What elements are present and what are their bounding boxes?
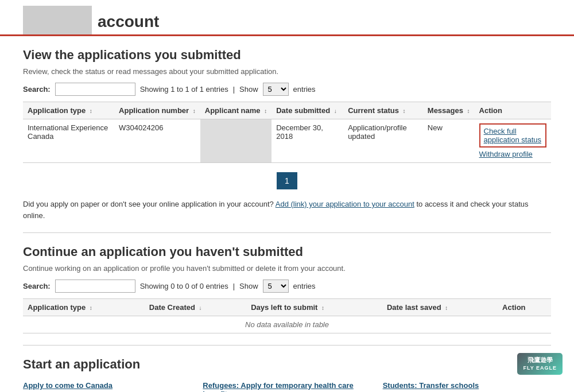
info-paragraph: Did you apply on paper or don't see your… <box>23 199 551 221</box>
main-content: View the applications you submitted Revi… <box>0 36 574 392</box>
start-cards: Apply to come to Canada Includes applica… <box>23 381 551 392</box>
submitted-table-header-row: Application type ↕ Application number ↕ … <box>23 102 551 119</box>
no-data-cell: No data available in table <box>23 316 551 333</box>
unsubmitted-table-header-row: Application type ↕ Date Created ↓ Days l… <box>23 299 551 316</box>
divider-2 <box>23 345 551 346</box>
col-action: Action <box>475 102 551 119</box>
action-box: Check full application status <box>479 123 546 148</box>
cell-date-submitted: December 30, 2018 <box>272 119 343 163</box>
submitted-section: View the applications you submitted Revi… <box>23 48 551 221</box>
unsubmitted-search-input[interactable] <box>55 280 135 293</box>
col-current-status: Current status ↕ <box>343 102 423 119</box>
start-section: Start an application Apply to come to Ca… <box>23 357 551 392</box>
no-data-row: No data available in table <box>23 316 551 333</box>
cell-action: Check full application status Withdraw p… <box>475 119 551 163</box>
start-card-0-title[interactable]: Apply to come to Canada <box>23 381 191 390</box>
col-applicant-name: Applicant name ↕ <box>200 102 272 119</box>
unsubmitted-table: Application type ↕ Date Created ↓ Days l… <box>23 298 551 333</box>
watermark-line2: FLY EAGLE <box>523 364 557 372</box>
submitted-table: Application type ↕ Application number ↕ … <box>23 102 551 163</box>
ucol-date-saved: Date last saved ↕ <box>382 299 498 316</box>
submitted-search-input[interactable] <box>55 83 135 96</box>
cell-messages: New <box>423 119 475 163</box>
unsubmitted-show-select[interactable]: 5 10 25 <box>263 280 289 293</box>
divider-1 <box>23 232 551 233</box>
check-full-status-link[interactable]: Check full application status <box>484 127 542 144</box>
start-card-0: Apply to come to Canada Includes applica… <box>23 381 191 392</box>
submitted-search-row: Search: Showing 1 to 1 of 1 entries | Sh… <box>23 83 551 96</box>
unsubmitted-section: Continue an application you haven't subm… <box>23 244 551 333</box>
unsubmitted-entries-suffix: entries <box>293 282 316 290</box>
submitted-show-label: | <box>233 85 235 94</box>
submitted-entries-suffix: entries <box>293 85 316 94</box>
cell-app-number: W304024206 <box>114 119 200 163</box>
cell-current-status: Application/profile updated <box>343 119 423 163</box>
col-messages: Messages ↕ <box>423 102 475 119</box>
col-date-submitted: Date submitted ↓ <box>272 102 343 119</box>
page-1-button[interactable]: 1 <box>277 172 297 189</box>
unsubmitted-heading: Continue an application you haven't subm… <box>23 244 551 259</box>
header-title: account <box>98 13 159 34</box>
submitted-show-text: Show <box>239 85 258 94</box>
start-card-1: Refugees: Apply for temporary health car… <box>203 381 371 392</box>
watermark-line1: 飛鷹遊學 <box>523 356 557 364</box>
ucol-app-type: Application type ↕ <box>23 299 145 316</box>
header: account <box>0 0 574 36</box>
info-text-before: Did you apply on paper or don't see your… <box>23 200 274 208</box>
table-row: International Experience Canada W3040242… <box>23 119 551 163</box>
ucol-days-left: Days left to submit ↕ <box>246 299 382 316</box>
watermark: 飛鷹遊學 FLY EAGLE <box>517 353 563 375</box>
add-application-link[interactable]: Add (link) your application to your acco… <box>276 200 414 208</box>
start-card-2-title[interactable]: Students: Transfer schools <box>383 381 551 390</box>
cell-app-type: International Experience Canada <box>23 119 114 163</box>
ucol-action: Action <box>498 299 551 316</box>
unsubmitted-subtitle: Continue working on an application or pr… <box>23 264 551 273</box>
start-card-1-title[interactable]: Refugees: Apply for temporary health car… <box>203 381 371 392</box>
start-card-2: Students: Transfer schools For approved … <box>383 381 551 392</box>
col-app-type: Application type ↕ <box>23 102 114 119</box>
submitted-search-label: Search: <box>23 85 51 94</box>
header-logo <box>23 6 92 34</box>
submitted-entries-info: Showing 1 to 1 of 1 entries <box>140 85 228 94</box>
submitted-subtitle: Review, check the status or read message… <box>23 67 551 76</box>
unsubmitted-search-row: Search: Showing 0 to 0 of 0 entries | Sh… <box>23 280 551 293</box>
unsubmitted-show-text: Show <box>239 282 258 290</box>
pagination: 1 <box>23 172 551 189</box>
unsubmitted-search-label: Search: <box>23 282 51 290</box>
col-app-number: Application number ↕ <box>114 102 200 119</box>
submitted-heading: View the applications you submitted <box>23 48 551 63</box>
submitted-show-select[interactable]: 5 10 25 <box>263 83 289 96</box>
ucol-date-created: Date Created ↓ <box>145 299 246 316</box>
cell-applicant-name <box>200 119 272 163</box>
start-heading: Start an application <box>23 357 551 372</box>
unsubmitted-entries-info: Showing 0 to 0 of 0 entries <box>140 282 228 290</box>
withdraw-profile-link[interactable]: Withdraw profile <box>479 150 546 158</box>
